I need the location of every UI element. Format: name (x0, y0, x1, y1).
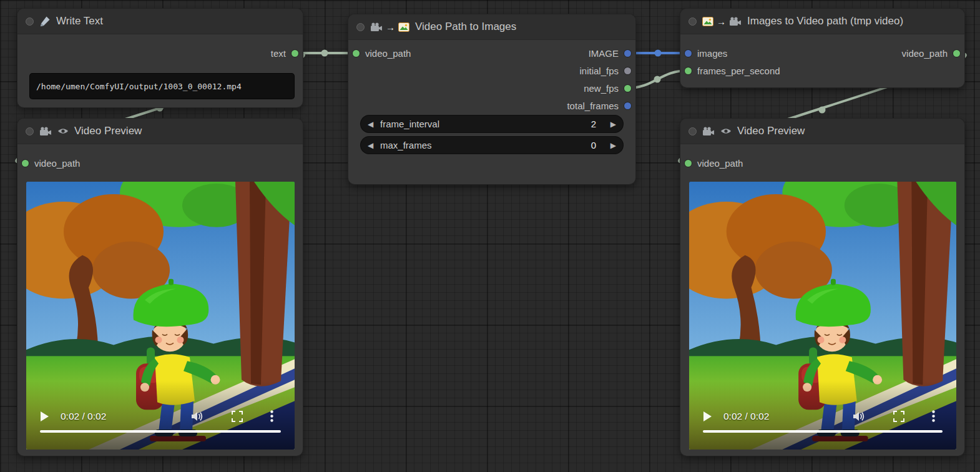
node-title: Video Preview (74, 125, 142, 137)
stylus-icon (39, 16, 51, 27)
image-icon (702, 17, 713, 26)
port-dot[interactable] (624, 85, 631, 92)
node-title: Video Preview (737, 125, 805, 137)
widget-max-frames[interactable]: ◀ max_frames 0 ▶ (361, 137, 623, 154)
port-dot[interactable] (685, 160, 692, 167)
output-total-frames[interactable]: total_frames (567, 99, 631, 112)
input-video-path[interactable]: video_path (685, 156, 743, 170)
more-options-icon[interactable] (932, 410, 935, 422)
widget-label: max_frames (380, 140, 591, 150)
port-label: video_path (697, 158, 743, 169)
increment-arrow-icon[interactable]: ▶ (604, 120, 616, 129)
node-header[interactable]: → Video Path to Images (348, 14, 635, 40)
widget-frame-interval[interactable]: ◀ frame_interval 2 ▶ (361, 116, 623, 132)
image-icon (398, 22, 409, 32)
video-progress-bar[interactable] (40, 430, 281, 433)
eye-icon (57, 127, 69, 135)
node-title: Write Text (56, 15, 103, 27)
collapse-dot[interactable] (356, 23, 365, 31)
play-button[interactable] (40, 411, 49, 422)
wire-newfps-to-fps (628, 71, 688, 88)
output-image[interactable]: IMAGE (589, 46, 631, 60)
fullscreen-icon[interactable] (232, 411, 243, 422)
node-header[interactable]: Video Preview (680, 119, 964, 144)
port-dot[interactable] (685, 67, 692, 74)
video-progress-bar[interactable] (703, 430, 943, 433)
decrement-arrow-icon[interactable]: ◀ (368, 120, 380, 129)
port-label: total_frames (567, 101, 619, 111)
output-video-path[interactable]: video_path (902, 46, 960, 60)
port-label: new_fps (584, 83, 619, 94)
node-header[interactable]: Write Text (17, 9, 303, 34)
port-label: text (271, 48, 286, 59)
port-dot[interactable] (624, 50, 631, 57)
port-label: initial_fps (579, 66, 619, 76)
port-label: video_path (902, 48, 948, 59)
video-camera-icon (729, 17, 742, 26)
output-new-fps[interactable]: new_fps (584, 81, 631, 95)
port-dot[interactable] (685, 50, 692, 57)
video-camera-icon (370, 22, 383, 32)
text-value-field[interactable]: /home/umen/ComfyUI/output/1003_0_00012.m… (30, 74, 294, 99)
node-title: Video Path to Images (415, 21, 516, 33)
port-label: video_path (365, 48, 411, 59)
node-write-text[interactable]: Write Text text /home/umen/ComfyUI/outpu… (17, 9, 303, 107)
collapse-dot[interactable] (688, 17, 697, 26)
widget-value[interactable]: 0 (591, 140, 596, 150)
video-camera-icon (39, 127, 52, 136)
port-label: IMAGE (589, 48, 619, 59)
video-controls: 0:02 / 0:02 (689, 410, 956, 422)
eye-icon (720, 127, 732, 135)
input-video-path[interactable]: video_path (22, 156, 80, 170)
collapse-dot[interactable] (26, 17, 34, 26)
video-controls: 0:02 / 0:02 (26, 410, 295, 422)
volume-icon[interactable] (190, 411, 204, 422)
wire-dot (654, 76, 661, 83)
node-images-to-video-path[interactable]: → Images to Video path (tmp video) image… (680, 9, 964, 87)
widget-label: frame_interval (380, 119, 591, 129)
node-header[interactable]: → Images to Video path (tmp video) (680, 9, 964, 34)
port-dot[interactable] (353, 50, 360, 57)
video-player[interactable]: 0:02 / 0:02 (689, 182, 956, 450)
video-time: 0:02 / 0:02 (723, 411, 769, 422)
wire-dot (819, 107, 826, 114)
port-dot[interactable] (292, 50, 298, 57)
port-label: frames_per_second (697, 66, 780, 76)
arrow-icon: → (717, 16, 726, 27)
port-dot[interactable] (953, 50, 960, 57)
video-player[interactable]: 0:02 / 0:02 (26, 182, 295, 450)
wire-dot (655, 50, 662, 57)
arrow-icon: → (386, 22, 395, 32)
node-header[interactable]: Video Preview (17, 119, 303, 144)
more-options-icon[interactable] (270, 410, 273, 422)
port-dot[interactable] (22, 160, 29, 167)
node-video-preview-left[interactable]: Video Preview video_path 0:02 / 0:02 (17, 119, 303, 456)
node-video-path-to-images[interactable]: → Video Path to Images video_path IMAGE … (348, 14, 635, 184)
wire-dot (321, 50, 328, 57)
input-images[interactable]: images (685, 46, 727, 60)
output-initial-fps[interactable]: initial_fps (579, 64, 631, 77)
port-label: images (697, 48, 727, 59)
collapse-dot[interactable] (26, 127, 34, 135)
output-text[interactable]: text (271, 46, 298, 60)
decrement-arrow-icon[interactable]: ◀ (368, 141, 380, 150)
input-video-path[interactable]: video_path (353, 46, 411, 60)
video-time: 0:02 / 0:02 (61, 411, 106, 422)
text-value: /home/umen/ComfyUI/output/1003_0_00012.m… (36, 82, 242, 91)
widget-value[interactable]: 2 (591, 119, 596, 129)
video-camera-icon (702, 127, 715, 136)
port-dot[interactable] (624, 102, 631, 109)
port-label: video_path (34, 158, 80, 169)
input-frames-per-second[interactable]: frames_per_second (685, 64, 780, 77)
node-video-preview-right[interactable]: Video Preview video_path 0:02 / 0:02 (680, 119, 964, 456)
increment-arrow-icon[interactable]: ▶ (604, 141, 616, 150)
volume-icon[interactable] (852, 411, 866, 422)
port-dot[interactable] (624, 67, 631, 74)
play-button[interactable] (703, 411, 712, 422)
node-title: Images to Video path (tmp video) (747, 15, 903, 27)
collapse-dot[interactable] (688, 127, 697, 135)
fullscreen-icon[interactable] (893, 411, 904, 422)
comfyui-canvas[interactable]: Write Text text /home/umen/ComfyUI/outpu… (0, 0, 980, 472)
